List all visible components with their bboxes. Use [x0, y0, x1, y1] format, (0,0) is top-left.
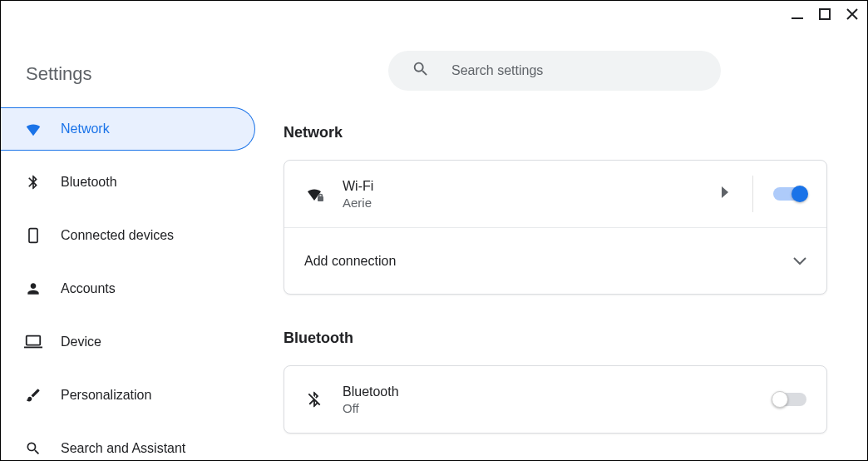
add-connection-row[interactable]: Add connection	[284, 227, 826, 294]
phone-icon	[24, 226, 42, 245]
sidebar-item-label: Accounts	[61, 281, 116, 296]
wifi-row[interactable]: Wi-Fi Aerie	[284, 161, 826, 227]
sidebar-item-accounts[interactable]: Accounts	[1, 267, 259, 310]
network-card: Wi-Fi Aerie Add connection	[284, 160, 827, 295]
settings-sidebar: Network Bluetooth Connected devices Acco…	[1, 107, 259, 461]
sidebar-item-bluetooth[interactable]: Bluetooth	[1, 161, 259, 204]
svg-rect-0	[792, 17, 803, 19]
bluetooth-toggle[interactable]	[773, 393, 806, 406]
search-icon	[24, 440, 42, 457]
bluetooth-card: Bluetooth Off	[284, 365, 827, 434]
search-input[interactable]	[450, 62, 699, 79]
app-title: Settings	[26, 63, 92, 85]
search-box[interactable]	[388, 51, 721, 91]
laptop-icon	[24, 335, 42, 349]
sidebar-item-label: Search and Assistant	[61, 441, 185, 456]
sidebar-item-search-assistant[interactable]: Search and Assistant	[1, 427, 259, 461]
sidebar-item-label: Device	[61, 335, 101, 349]
bluetooth-label: Bluetooth	[343, 384, 399, 399]
main-content: Network Wi-Fi Aerie Add connection	[284, 124, 827, 434]
window-maximize-button[interactable]	[819, 8, 831, 20]
bluetooth-status: Off	[343, 401, 399, 415]
window-minimize-button[interactable]	[791, 7, 804, 21]
sidebar-item-device[interactable]: Device	[1, 320, 259, 364]
wifi-toggle[interactable]	[773, 187, 806, 201]
sidebar-item-connected-devices[interactable]: Connected devices	[1, 214, 259, 257]
window-controls	[791, 7, 859, 21]
window-close-button[interactable]	[846, 7, 859, 21]
search-icon	[412, 60, 430, 82]
svg-rect-6	[319, 195, 323, 197]
svg-rect-2	[29, 229, 37, 243]
add-connection-label: Add connection	[304, 254, 396, 269]
separator	[752, 176, 753, 212]
sidebar-item-label: Bluetooth	[61, 175, 117, 190]
brush-icon	[24, 387, 42, 404]
section-title-bluetooth: Bluetooth	[284, 330, 827, 347]
wifi-lock-icon	[304, 184, 324, 204]
sidebar-item-personalization[interactable]: Personalization	[1, 374, 259, 417]
svg-rect-4	[24, 347, 42, 349]
wifi-label: Wi-Fi	[343, 179, 373, 194]
sidebar-item-network[interactable]: Network	[1, 107, 255, 151]
wifi-icon	[24, 120, 42, 138]
sidebar-item-label: Personalization	[61, 388, 151, 403]
wifi-ssid: Aerie	[343, 196, 373, 210]
bluetooth-icon	[24, 174, 42, 191]
svg-rect-3	[27, 336, 41, 345]
bluetooth-row[interactable]: Bluetooth Off	[284, 366, 826, 433]
bluetooth-off-icon	[304, 390, 324, 409]
chevron-right-icon	[721, 186, 729, 201]
sidebar-item-label: Connected devices	[61, 228, 174, 243]
section-title-network: Network	[284, 124, 827, 141]
chevron-down-icon	[793, 254, 806, 269]
svg-rect-1	[820, 9, 830, 19]
person-icon	[24, 280, 42, 297]
sidebar-item-label: Network	[61, 121, 110, 136]
